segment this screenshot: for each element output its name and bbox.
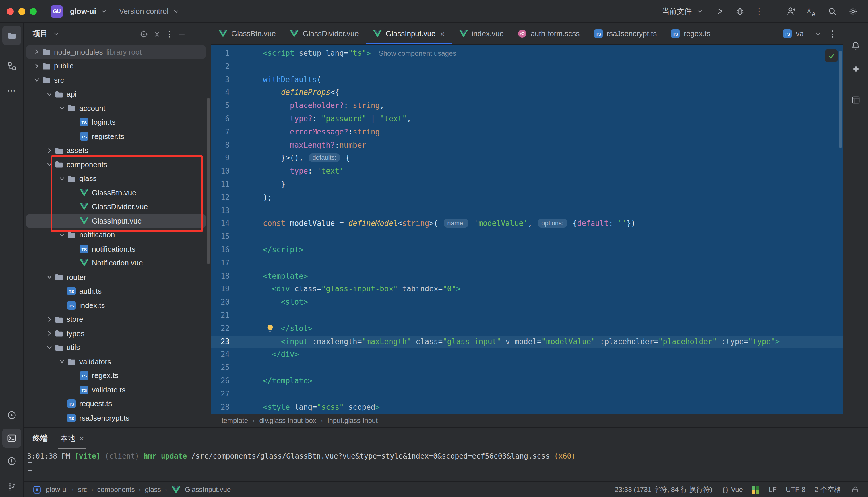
toolwindow-notifications-button[interactable]	[846, 36, 865, 55]
tree-scrollbar[interactable]	[207, 98, 209, 264]
search-icon[interactable]	[827, 5, 838, 17]
tree-item-validate-ts[interactable]: TSvalidate.ts	[24, 383, 211, 397]
tree-item-public[interactable]: public	[24, 59, 211, 73]
toolwindow-terminal-button[interactable]	[2, 429, 21, 448]
vcs-menu[interactable]: Version control	[119, 6, 181, 16]
add-user-icon[interactable]	[785, 5, 797, 17]
chevron-right-icon[interactable]	[32, 61, 41, 71]
tab-va[interactable]: TSva	[776, 23, 811, 44]
collapse-all-icon[interactable]	[152, 29, 162, 39]
tab-auth-form-scss[interactable]: auth-form.scss	[511, 23, 587, 44]
run-config-selector[interactable]: 当前文件	[662, 6, 704, 16]
more-actions-icon[interactable]: ⋮	[755, 7, 764, 15]
breadcrumb-item[interactable]: div.glass-input-box	[259, 416, 316, 425]
chevron-right-icon[interactable]	[44, 329, 54, 338]
tree-item-request-ts[interactable]: TSrequest.ts	[24, 397, 211, 411]
tree-item-account[interactable]: account	[24, 101, 211, 115]
debug-icon[interactable]	[734, 5, 746, 17]
tree-item-validators[interactable]: validators	[24, 355, 211, 369]
settings-gear-icon[interactable]	[847, 5, 859, 17]
play-icon[interactable]	[713, 5, 725, 17]
tree-item-glassdivider-vue[interactable]: GlassDivider.vue	[24, 200, 211, 214]
toolwindow-problems-button[interactable]	[2, 452, 21, 471]
code-area[interactable]: <script setup lang="ts">Show component u…	[263, 47, 780, 414]
tree-item-register-ts[interactable]: TSregister.ts	[24, 129, 211, 143]
tree-item-components[interactable]: components	[24, 157, 211, 171]
tree-item-utils[interactable]: utils	[24, 340, 211, 355]
chevron-down-icon[interactable]	[57, 230, 67, 240]
project-menu[interactable]: glow-ui	[70, 6, 109, 16]
chevron-down-icon[interactable]	[44, 272, 54, 282]
terminal-cursor[interactable]	[28, 462, 32, 471]
editor-scrollbar[interactable]	[839, 51, 842, 148]
toolwindow-git-branch-button[interactable]	[2, 477, 21, 496]
tab-rsajsencrypt-ts[interactable]: TSrsaJsencrypt.ts	[586, 23, 664, 44]
chevron-down-icon[interactable]	[57, 174, 67, 184]
close-icon[interactable]: ×	[440, 29, 445, 38]
tree-item-login-ts[interactable]: TSlogin.ts	[24, 115, 211, 129]
tree-item-notification-vue[interactable]: Notification.vue	[24, 256, 211, 270]
terminal-output[interactable]: 3:01:38 PM [vite] (client) hmr update /s…	[24, 449, 868, 473]
status-path-item[interactable]: glass	[145, 485, 161, 494]
tree-item-glassbtn-vue[interactable]: GlassBtn.vue	[24, 186, 211, 200]
inlay-hint[interactable]: name:	[444, 219, 468, 228]
chevron-down-icon[interactable]	[32, 75, 41, 85]
tree-item-src[interactable]: src	[24, 73, 211, 87]
tree-item-store[interactable]: store	[24, 312, 211, 326]
tree-item-glass[interactable]: glass	[24, 171, 211, 186]
more-options-icon[interactable]: ⋮	[165, 30, 173, 38]
inlay-hint[interactable]: options:	[538, 219, 567, 228]
tree-item-types[interactable]: types	[24, 326, 211, 340]
status-path-item[interactable]: src	[78, 485, 87, 494]
encoding-widget[interactable]: UTF-8	[786, 485, 806, 494]
zoom-button[interactable]	[30, 8, 37, 15]
chevron-down-icon[interactable]	[57, 357, 67, 367]
tree-item-glassinput-vue[interactable]: GlassInput.vue	[24, 214, 211, 228]
chevron-down-icon[interactable]	[44, 160, 54, 170]
terminal-tab-local[interactable]: 本地 ×	[60, 428, 84, 449]
language-widget[interactable]: {}Vue	[722, 485, 743, 494]
minimize-button[interactable]	[18, 8, 25, 15]
lock-icon[interactable]	[850, 485, 860, 494]
tree-item-regex-ts[interactable]: TSregex.ts	[24, 369, 211, 383]
plugin-grid-icon[interactable]	[752, 486, 760, 493]
breadcrumb-item[interactable]: template	[222, 416, 248, 425]
chevron-down-icon[interactable]	[51, 29, 61, 39]
toolwindow-more-tool-windows-button[interactable]: ⋯	[2, 81, 21, 100]
chevron-down-icon[interactable]	[44, 89, 54, 99]
tree-item-router[interactable]: router	[24, 270, 211, 284]
close-button[interactable]	[7, 8, 14, 15]
status-path-item[interactable]: glow-ui	[46, 485, 68, 494]
tree-item-notification-ts[interactable]: TSnotification.ts	[24, 242, 211, 256]
toolwindow-ai-assistant-button[interactable]	[846, 59, 865, 78]
tree-item-index-ts[interactable]: TSindex.ts	[24, 298, 211, 312]
tree-item-node-modules[interactable]: node_moduleslibrary root	[24, 45, 211, 59]
tree-item-rsajsencrypt-ts[interactable]: TSrsaJsencrypt.ts	[24, 411, 211, 425]
locate-file-icon[interactable]	[139, 29, 149, 39]
translate-icon[interactable]: 文A	[806, 5, 818, 17]
line-separator-widget[interactable]: LF	[769, 485, 777, 494]
toolwindow-package-button[interactable]	[846, 90, 865, 109]
chevron-right-icon[interactable]	[44, 315, 54, 324]
tab-glassinput-vue[interactable]: GlassInput.vue×	[366, 23, 452, 44]
editor[interactable]: 1234567891011121314151617181920212223242…	[211, 45, 843, 414]
chevron-down-icon[interactable]	[57, 103, 67, 113]
chevron-right-icon[interactable]	[32, 47, 41, 57]
tree-item-auth-ts[interactable]: TSauth.ts	[24, 284, 211, 298]
toolwindow-project-button[interactable]	[2, 26, 21, 45]
tab-glassdivider-vue[interactable]: GlassDivider.vue	[283, 23, 366, 44]
project-panel-title[interactable]: 项目	[33, 29, 48, 39]
chevron-down-icon[interactable]	[813, 29, 823, 39]
tree-item-notification[interactable]: notification	[24, 228, 211, 242]
intention-bulb-icon[interactable]	[266, 324, 274, 335]
toolwindow-services-button[interactable]	[2, 406, 21, 425]
indent-widget[interactable]: 2 个空格	[814, 485, 841, 494]
status-path-item[interactable]: GlassInput.vue	[185, 485, 231, 494]
status-path-item[interactable]: components	[97, 485, 135, 494]
close-icon[interactable]: ×	[79, 434, 84, 443]
tab-glassbtn-vue[interactable]: GlassBtn.vue	[211, 23, 283, 44]
caret-position-widget[interactable]: 23:33 (1731 字符, 84 行 换行符)	[615, 485, 712, 494]
tab-regex-ts[interactable]: TSregex.ts	[664, 23, 717, 44]
inlay-hint[interactable]: defaults:	[309, 154, 340, 162]
inspections-widget[interactable]	[825, 49, 838, 62]
